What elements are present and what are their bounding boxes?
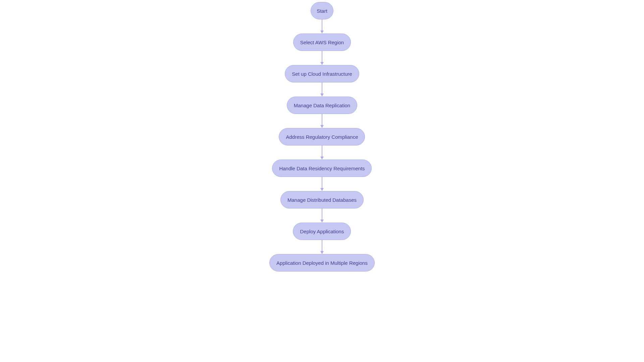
arrow-icon — [320, 82, 324, 97]
node-deploy-apps: Deploy Applications — [293, 223, 351, 240]
arrow-icon — [320, 208, 324, 223]
node-data-residency: Handle Data Residency Requirements — [272, 160, 372, 177]
node-data-replication: Manage Data Replication — [287, 97, 357, 114]
node-label: Deploy Applications — [300, 229, 344, 234]
node-label: Handle Data Residency Requirements — [279, 166, 365, 171]
node-start: Start — [311, 2, 333, 19]
arrow-icon — [320, 51, 324, 65]
arrow-icon — [320, 240, 324, 254]
node-label: Manage Data Replication — [294, 103, 350, 108]
node-label: Start — [317, 8, 327, 14]
node-label: Manage Distributed Databases — [287, 197, 357, 203]
node-deployed: Application Deployed in Multiple Regions — [269, 254, 375, 272]
node-label: Address Regulatory Compliance — [286, 134, 358, 140]
node-distributed-db: Manage Distributed Databases — [280, 191, 364, 208]
node-label: Set up Cloud Infrastructure — [292, 71, 352, 77]
arrow-icon — [320, 114, 324, 128]
node-label: Application Deployed in Multiple Regions — [276, 260, 368, 266]
arrow-icon — [320, 19, 324, 34]
arrow-icon — [320, 177, 324, 191]
node-setup-infra: Set up Cloud Infrastructure — [285, 65, 359, 82]
node-compliance: Address Regulatory Compliance — [279, 128, 365, 145]
arrow-icon — [320, 145, 324, 160]
flowchart-container: Start Select AWS Region Set up Cloud Inf… — [269, 2, 375, 272]
node-select-region: Select AWS Region — [293, 34, 351, 51]
node-label: Select AWS Region — [300, 40, 344, 45]
